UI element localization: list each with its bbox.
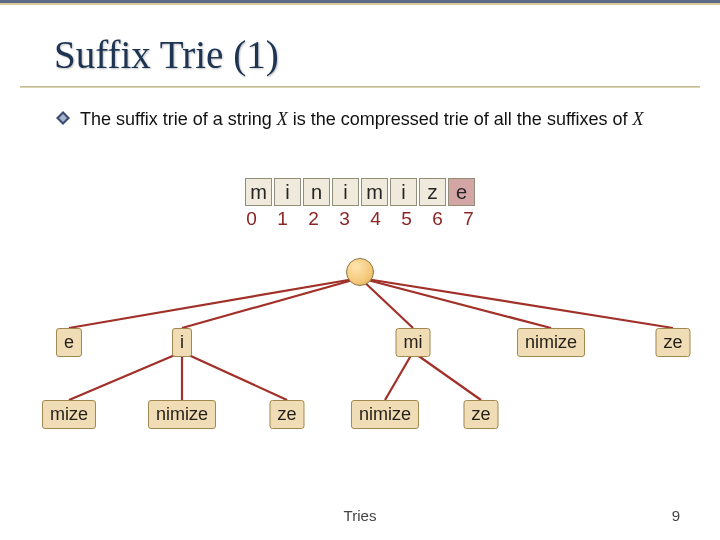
char-cell: n <box>303 178 330 206</box>
trie-node-e: e <box>56 328 82 357</box>
index-cell: 7 <box>454 206 483 232</box>
svg-line-10 <box>385 352 413 400</box>
index-cell: 2 <box>299 206 328 232</box>
char-cell: i <box>390 178 417 206</box>
trie-node-nimize-3: nimize <box>351 400 419 429</box>
index-cell: 6 <box>423 206 452 232</box>
bullet-item: The suffix trie of a string X is the com… <box>56 108 660 131</box>
index-row: 0 1 2 3 4 5 6 7 <box>237 206 483 232</box>
index-cell: 5 <box>392 206 421 232</box>
svg-line-9 <box>182 352 287 400</box>
slide-top-border <box>0 0 720 3</box>
title-underline <box>20 86 700 88</box>
index-cell: 0 <box>237 206 266 232</box>
trie-node-i: i <box>172 328 192 357</box>
index-cell: 3 <box>330 206 359 232</box>
char-cell: m <box>245 178 272 206</box>
bullet-var-x1: X <box>277 109 288 129</box>
char-cell: i <box>332 178 359 206</box>
footer-page-number: 9 <box>672 507 680 524</box>
trie-node-mi: mi <box>396 328 431 357</box>
diamond-bullet-icon <box>56 111 70 125</box>
slide-title: Suffix Trie (1) <box>54 32 279 77</box>
svg-line-11 <box>413 352 481 400</box>
char-row: m i n i m i z e <box>245 178 475 206</box>
trie-root-node <box>346 258 374 286</box>
svg-line-7 <box>69 352 182 400</box>
trie-node-nimize-2: nimize <box>148 400 216 429</box>
trie-node-nimize: nimize <box>517 328 585 357</box>
index-cell: 1 <box>268 206 297 232</box>
bullet-var-x2: X <box>633 109 644 129</box>
svg-line-2 <box>69 278 360 328</box>
trie-node-ze: ze <box>655 328 690 357</box>
bullet-text-mid: is the compressed trie of all the suffix… <box>288 109 633 129</box>
char-cell: i <box>274 178 301 206</box>
char-cell: z <box>419 178 446 206</box>
trie-node-ze-2: ze <box>269 400 304 429</box>
footer-label: Tries <box>344 507 377 524</box>
string-index-table: m i n i m i z e 0 1 2 3 4 5 6 7 <box>237 178 483 232</box>
trie-node-ze-3: ze <box>463 400 498 429</box>
svg-line-6 <box>360 278 673 328</box>
index-cell: 4 <box>361 206 390 232</box>
trie-node-mize: mize <box>42 400 96 429</box>
char-cell: m <box>361 178 388 206</box>
bullet-text: The suffix trie of a string X is the com… <box>80 108 644 131</box>
char-cell-terminal: e <box>448 178 475 206</box>
suffix-trie-diagram: e i mi nimize ze mize nimize ze nimize z… <box>0 248 720 478</box>
bullet-text-pre: The suffix trie of a string <box>80 109 277 129</box>
